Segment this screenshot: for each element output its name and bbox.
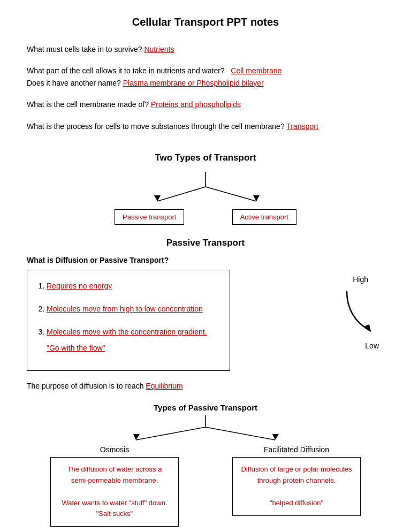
diffusion-list: Requires no energy Molecules move from h… (37, 278, 220, 356)
osmosis-label: Osmosis (100, 445, 129, 454)
passive-types-branch-svg (82, 413, 329, 445)
passive-branch-boxes: Osmosis The diffusion of water across a … (45, 445, 366, 527)
q4-text: What is the process for cells to move su… (27, 122, 285, 131)
active-transport-box: Active transport (232, 209, 296, 225)
q1-text: What must cells take in to survive? (27, 45, 142, 54)
question-4: What is the process for cells to move su… (27, 120, 384, 132)
equilibrium-block: The purpose of diffusion is to reach Equ… (27, 382, 384, 390)
diffusion-item-3: Molecules move with the concentration gr… (47, 328, 207, 353)
osmosis-col: Osmosis The diffusion of water across a … (45, 445, 184, 527)
transport-diagram: Two Types of Transport Passive transport… (27, 142, 384, 225)
facilitated-col: Facilitated Diffusion Diffusion of large… (227, 445, 366, 527)
q1-answer: Nutrients (144, 45, 174, 54)
branch-container: Passive transport Active transport (115, 172, 296, 225)
passive-types-title: Types of Passive Transport (154, 403, 257, 412)
question-3: What is the cell membrane made of? Prote… (27, 98, 384, 110)
passive-transport-box: Passive transport (115, 209, 184, 225)
diffusion-item-1: Requires no energy (47, 282, 112, 290)
branch-svg (115, 172, 296, 209)
q2-text: What part of the cell allows it to take … (27, 66, 225, 75)
transport-diagram-title: Two Types of Transport (155, 153, 256, 163)
page-title: Cellular Transport PPT notes (27, 16, 384, 28)
facilitated-box: Diffusion of large or polar molecules th… (232, 457, 361, 516)
question-2: What part of the cell allows it to take … (27, 65, 384, 89)
osmosis-box: The diffusion of water across a semi-per… (50, 457, 179, 527)
q4-answer: Transport (286, 122, 318, 131)
concentration-arrow-diagram: High Low (241, 270, 384, 350)
concentration-arrow-svg (336, 286, 384, 339)
diffusion-question: What is Diffusion or Passive Transport? (27, 256, 384, 264)
high-label: High (353, 275, 368, 284)
svg-line-2 (206, 187, 256, 201)
passive-transport-title: Passive Transport (27, 238, 384, 248)
diffusion-layout: Requires no energy Molecules move from h… (27, 270, 384, 371)
osmosis-text: The diffusion of water across a semi-per… (62, 465, 167, 518)
equilibrium-text: The purpose of diffusion is to reach (27, 382, 143, 390)
q2-answer: Cell membrane (231, 66, 281, 75)
passive-types-diagram: Types of Passive Transport Osmosis The d… (27, 403, 384, 527)
q3-text: What is the cell membrane made of? (27, 100, 149, 109)
low-label: Low (365, 341, 379, 350)
q3-answer: Proteins and phospholipids (151, 100, 241, 109)
q2-subanswer: Plasma membrane or Phospholipid bilayer (123, 79, 264, 87)
branch-boxes: Passive transport Active transport (115, 209, 296, 225)
svg-line-7 (136, 427, 206, 440)
question-1: What must cells take in to survive? Nutr… (27, 43, 384, 55)
svg-line-1 (157, 187, 206, 201)
diffusion-list-box: Requires no energy Molecules move from h… (27, 270, 230, 371)
facilitated-text: Diffusion of large or polar molecules th… (241, 465, 352, 506)
diffusion-item-2: Molecules move from high to low concentr… (47, 305, 203, 313)
equilibrium-answer: Equilibrium (146, 382, 182, 390)
svg-line-8 (206, 427, 275, 440)
svg-marker-10 (272, 434, 279, 440)
q2-subtext: Does it have another name? (27, 79, 121, 87)
facilitated-label: Facilitated Diffusion (264, 445, 329, 454)
